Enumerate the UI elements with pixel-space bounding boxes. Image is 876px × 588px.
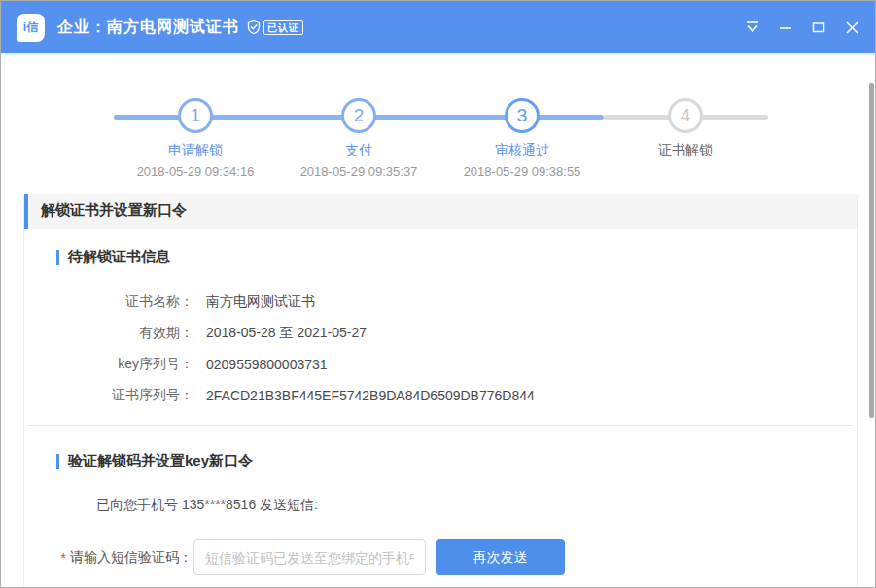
accent-bar-icon — [56, 454, 59, 469]
field-value: 2FACD21B3BF445EF5742B9DA84D6509DB776D844 — [206, 388, 535, 403]
field-label: key序列号： — [56, 356, 193, 373]
main-content: 1 申请解锁 2018-05-29 09:34:16 2 支付 2018-05-… — [1, 55, 875, 587]
field-label: 证书名称： — [56, 294, 193, 311]
sms-notice: 已向您手机号 135****8516 发送短信: — [96, 497, 857, 514]
cert-info-title: 待解锁证书信息 — [68, 248, 170, 266]
verify-header: 验证解锁码并设置key新口令 — [56, 452, 857, 470]
sms-code-label: * 请输入短信验证码： — [56, 549, 193, 567]
cert-info-header: 待解锁证书信息 — [56, 248, 857, 266]
shield-check-icon — [246, 19, 262, 35]
resend-button[interactable]: 再次发送 — [436, 539, 565, 575]
step-1-date: 2018-05-29 09:34:16 — [108, 164, 283, 179]
section-title: 解锁证书并设置新口令 — [41, 201, 187, 218]
close-icon[interactable] — [842, 17, 861, 37]
progress-stepper: 1 申请解锁 2018-05-29 09:34:16 2 支付 2018-05-… — [1, 55, 875, 191]
field-key-serial: key序列号： 0209559800003731 — [56, 355, 857, 373]
window-controls — [743, 17, 861, 37]
step-apply-unlock: 1 申请解锁 2018-05-29 09:34:16 — [108, 98, 283, 179]
title-bar: i信 企业：南方电网测试证书 已认证 — [1, 1, 875, 55]
step-4-label: 证书解锁 — [598, 142, 773, 159]
verified-badge-label: 已认证 — [263, 20, 303, 35]
minimize-icon[interactable] — [776, 17, 795, 37]
app-window: i信 企业：南方电网测试证书 已认证 — [0, 0, 876, 588]
section-header: 解锁证书并设置新口令 — [24, 194, 857, 229]
app-logo-text: i信 — [23, 19, 38, 36]
card-body: 待解锁证书信息 证书名称： 南方电网测试证书 有效期： 2018-05-28 至… — [24, 229, 857, 575]
field-value: 南方电网测试证书 — [206, 294, 315, 311]
step-3-label: 审核通过 — [435, 142, 610, 159]
scrollbar[interactable] — [868, 55, 875, 587]
app-logo: i信 — [17, 14, 45, 42]
sms-code-label-text: 请输入短信验证码： — [70, 549, 193, 567]
required-asterisk: * — [61, 550, 66, 566]
field-label: 有效期： — [56, 325, 193, 342]
unlock-card: 解锁证书并设置新口令 待解锁证书信息 证书名称： 南方电网测试证书 有效期： 2… — [23, 194, 858, 588]
window-title: 企业：南方电网测试证书 — [57, 17, 239, 38]
step-2-date: 2018-05-29 09:35:37 — [271, 164, 446, 179]
collapse-icon[interactable] — [743, 17, 762, 37]
accent-bar-icon — [56, 250, 59, 265]
field-validity: 有效期： 2018-05-28 至 2021-05-27 — [56, 324, 857, 342]
field-cert-serial: 证书序列号： 2FACD21B3BF445EF5742B9DA84D6509DB… — [56, 386, 857, 404]
step-2-circle: 2 — [341, 98, 376, 133]
step-review-passed: 3 审核通过 2018-05-29 09:38:55 — [435, 98, 610, 179]
sms-code-form-row: * 请输入短信验证码： 再次发送 — [56, 539, 857, 575]
field-cert-name: 证书名称： 南方电网测试证书 — [56, 293, 857, 311]
step-2-label: 支付 — [271, 142, 446, 159]
sms-code-input[interactable] — [193, 539, 426, 575]
verify-title: 验证解锁码并设置key新口令 — [68, 452, 253, 470]
step-payment: 2 支付 2018-05-29 09:35:37 — [271, 98, 446, 179]
field-value: 0209559800003731 — [206, 357, 328, 372]
verified-badge: 已认证 — [246, 19, 303, 35]
step-3-circle: 3 — [505, 98, 540, 133]
step-cert-unlock: 4 证书解锁 — [598, 98, 773, 164]
maximize-icon[interactable] — [809, 17, 828, 37]
cert-info-fields: 证书名称： 南方电网测试证书 有效期： 2018-05-28 至 2021-05… — [56, 293, 857, 404]
step-1-circle: 1 — [178, 98, 213, 133]
scrollbar-thumb[interactable] — [869, 83, 874, 418]
step-3-date: 2018-05-29 09:38:55 — [435, 164, 610, 179]
field-label: 证书序列号： — [56, 387, 193, 404]
step-4-circle: 4 — [668, 98, 703, 133]
step-1-label: 申请解锁 — [108, 142, 283, 159]
field-value: 2018-05-28 至 2021-05-27 — [206, 325, 367, 342]
section-divider — [27, 425, 853, 426]
